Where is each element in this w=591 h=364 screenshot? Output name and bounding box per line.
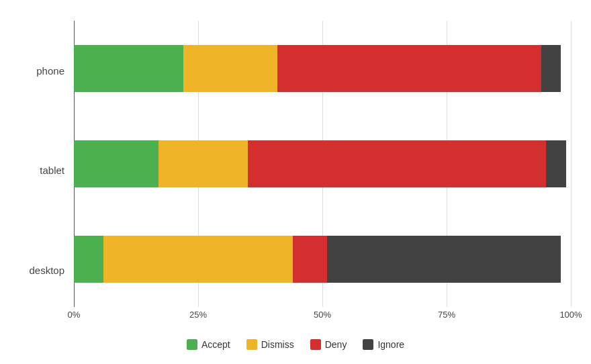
bar-segment-phone-deny xyxy=(277,45,541,92)
chart-area: phonetabletdesktop 0%25%50%75%100% xyxy=(7,7,584,334)
y-axis-labels: phonetabletdesktop xyxy=(20,21,74,327)
grid-line-100% xyxy=(571,21,572,307)
legend-item-accept: Accept xyxy=(187,339,230,350)
bar-segment-tablet-ignore xyxy=(546,140,566,187)
y-label-desktop: desktop xyxy=(29,265,64,276)
legend-item-dismiss: Dismiss xyxy=(246,339,294,350)
chart-container: phonetabletdesktop 0%25%50%75%100% Accep… xyxy=(7,7,584,357)
bar-row-phone xyxy=(74,45,571,92)
bar-segment-desktop-deny xyxy=(293,236,328,283)
legend: AcceptDismissDenyIgnore xyxy=(7,334,584,357)
legend-swatch-accept xyxy=(187,339,197,350)
y-label-tablet: tablet xyxy=(40,165,64,176)
legend-swatch-dismiss xyxy=(246,339,257,350)
bars-wrapper xyxy=(74,21,571,327)
bar-segment-tablet-accept xyxy=(74,140,158,187)
bars-section: 0%25%50%75%100% xyxy=(74,21,571,327)
legend-swatch-deny xyxy=(310,339,321,350)
bar-row-desktop xyxy=(74,236,571,283)
legend-item-deny: Deny xyxy=(310,339,347,350)
legend-label-deny: Deny xyxy=(325,339,347,350)
bar-segment-desktop-dismiss xyxy=(103,236,292,283)
legend-label-ignore: Ignore xyxy=(377,339,404,350)
legend-label-dismiss: Dismiss xyxy=(261,339,294,350)
bar-row-tablet xyxy=(74,140,571,187)
bar-segment-tablet-dismiss xyxy=(158,140,248,187)
bar-segment-phone-accept xyxy=(74,45,183,92)
legend-label-accept: Accept xyxy=(201,339,230,350)
bar-segment-desktop-ignore xyxy=(327,236,561,283)
bar-segment-desktop-accept xyxy=(74,236,103,283)
y-label-phone: phone xyxy=(36,65,64,77)
bar-segment-phone-dismiss xyxy=(183,45,278,92)
legend-item-ignore: Ignore xyxy=(363,339,404,350)
bar-segment-tablet-deny xyxy=(248,140,546,187)
bar-segment-phone-ignore xyxy=(541,45,561,92)
legend-swatch-ignore xyxy=(363,339,373,350)
